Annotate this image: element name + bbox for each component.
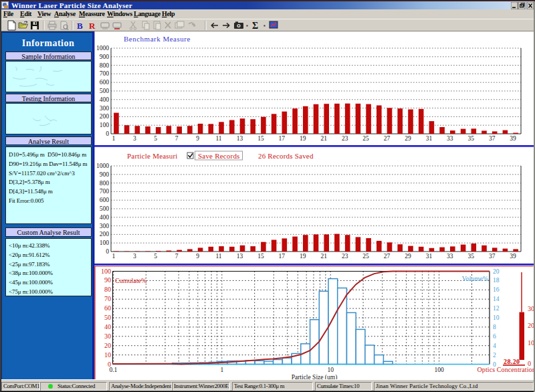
svg-text:31: 31 — [426, 253, 433, 260]
svg-text:200: 200 — [100, 113, 110, 120]
svg-text:1: 1 — [112, 253, 116, 260]
svg-text:3: 3 — [133, 253, 136, 260]
svg-text:600: 600 — [100, 197, 110, 203]
svg-text:400: 400 — [100, 214, 110, 221]
svg-text:Cumulate%: Cumulate% — [115, 277, 146, 284]
svg-text:Particle Measuri: Particle Measuri — [127, 152, 178, 160]
svg-text:35: 35 — [468, 253, 475, 260]
svg-text:30: 30 — [104, 332, 111, 340]
svg-text:14: 14 — [493, 296, 500, 302]
svg-text:27: 27 — [384, 253, 391, 260]
svg-text:10: 10 — [104, 351, 111, 359]
svg-text:37: 37 — [489, 135, 496, 142]
svg-text:13: 13 — [237, 253, 243, 260]
svg-text:400: 400 — [100, 96, 110, 103]
svg-text:6: 6 — [493, 333, 496, 340]
svg-text:Benchmark Measure: Benchmark Measure — [124, 35, 191, 43]
svg-text:90: 90 — [104, 276, 111, 284]
svg-text:4: 4 — [493, 342, 496, 349]
svg-text:80: 80 — [104, 286, 111, 293]
svg-text:300: 300 — [100, 105, 110, 112]
svg-text:21: 21 — [320, 253, 327, 260]
svg-text:100: 100 — [101, 268, 111, 275]
svg-text:17: 17 — [279, 135, 286, 142]
svg-text:2: 2 — [493, 352, 496, 359]
svg-text:20: 20 — [104, 342, 111, 349]
svg-text:31: 31 — [426, 135, 433, 142]
svg-text:21: 21 — [320, 135, 327, 142]
svg-text:70: 70 — [104, 295, 111, 302]
svg-text:7: 7 — [175, 253, 179, 260]
svg-text:600: 600 — [100, 79, 110, 86]
svg-text:10: 10 — [493, 314, 500, 321]
svg-text:10: 10 — [327, 367, 334, 373]
svg-text:1000: 1000 — [96, 45, 109, 52]
svg-text:1: 1 — [112, 135, 116, 142]
svg-text:3: 3 — [133, 135, 136, 142]
svg-text:300: 300 — [100, 223, 110, 229]
svg-text:13: 13 — [237, 135, 243, 142]
svg-text:5: 5 — [154, 135, 157, 142]
svg-text:15: 15 — [257, 135, 264, 142]
svg-text:700: 700 — [100, 188, 110, 195]
svg-text:19: 19 — [300, 253, 306, 260]
svg-text:0: 0 — [106, 130, 109, 137]
svg-text:0: 0 — [106, 248, 109, 255]
svg-text:28.20: 28.20 — [504, 358, 520, 365]
svg-text:1000: 1000 — [96, 163, 109, 169]
svg-text:29: 29 — [405, 135, 411, 142]
svg-text:100: 100 — [100, 122, 110, 128]
svg-text:100: 100 — [434, 367, 444, 373]
svg-text:39: 39 — [510, 253, 516, 260]
svg-text:60: 60 — [104, 304, 111, 312]
svg-text:5: 5 — [154, 253, 157, 260]
svg-text:900: 900 — [100, 54, 110, 60]
svg-text:19: 19 — [300, 135, 306, 142]
svg-text:500: 500 — [100, 88, 110, 94]
svg-text:23: 23 — [342, 253, 348, 260]
svg-text:12: 12 — [493, 305, 500, 312]
svg-text:50: 50 — [104, 314, 111, 321]
svg-text:15: 15 — [257, 253, 264, 260]
svg-text:1: 1 — [220, 367, 223, 373]
svg-text:11: 11 — [215, 135, 221, 142]
svg-text:18: 18 — [493, 277, 500, 284]
svg-text:17: 17 — [279, 253, 286, 260]
svg-text:26 Records Saved: 26 Records Saved — [258, 152, 314, 160]
svg-text:33: 33 — [447, 253, 453, 260]
svg-text:500: 500 — [100, 205, 110, 212]
svg-text:100: 100 — [100, 239, 110, 246]
svg-text:25: 25 — [362, 253, 369, 260]
svg-text:700: 700 — [100, 70, 110, 77]
svg-text:Volume%: Volume% — [462, 275, 488, 282]
svg-text:37: 37 — [489, 253, 496, 260]
svg-text:25: 25 — [362, 135, 369, 142]
svg-text:16: 16 — [493, 286, 500, 293]
svg-text:40: 40 — [104, 323, 111, 330]
svg-text:Optics Concentration: Optics Concentration — [477, 366, 535, 373]
svg-text:800: 800 — [100, 62, 110, 69]
svg-text:35: 35 — [468, 135, 475, 142]
svg-text:33: 33 — [447, 135, 453, 142]
svg-text:9: 9 — [196, 253, 199, 260]
svg-text:20: 20 — [493, 268, 500, 275]
svg-text:9: 9 — [196, 135, 199, 142]
svg-text:39: 39 — [510, 135, 516, 142]
svg-text:23: 23 — [342, 135, 348, 142]
svg-text:Save Records: Save Records — [198, 152, 240, 160]
svg-text:0.1: 0.1 — [109, 367, 117, 373]
svg-text:900: 900 — [100, 171, 110, 178]
svg-text:29: 29 — [405, 253, 411, 260]
svg-text:800: 800 — [100, 180, 110, 187]
svg-text:8: 8 — [493, 324, 496, 330]
svg-text:11: 11 — [215, 253, 221, 260]
svg-text:27: 27 — [384, 135, 391, 142]
svg-text:200: 200 — [100, 231, 110, 237]
svg-text:7: 7 — [175, 135, 179, 142]
